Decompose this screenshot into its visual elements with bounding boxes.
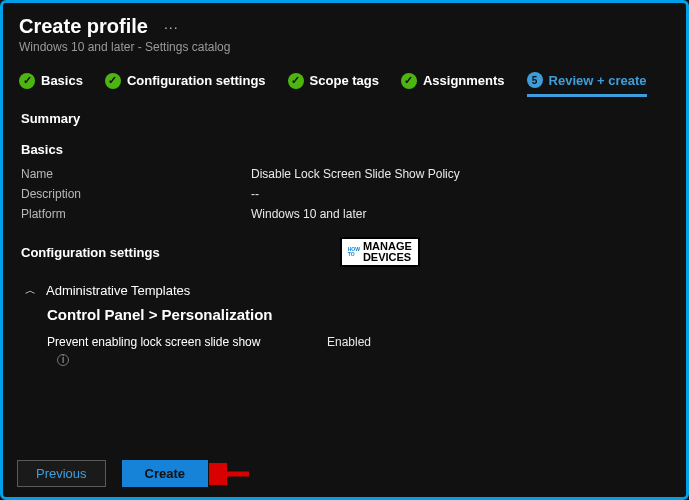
basics-heading: Basics	[21, 142, 668, 157]
step-label: Assignments	[423, 73, 505, 88]
step-review[interactable]: 5 Review + create	[527, 72, 647, 97]
page-subtitle: Windows 10 and later - Settings catalog	[19, 40, 670, 54]
step-label: Configuration settings	[127, 73, 266, 88]
step-assignments[interactable]: ✓ Assignments	[401, 73, 505, 89]
description-value: --	[251, 187, 259, 201]
table-row: Platform Windows 10 and later	[21, 207, 668, 221]
settings-path: Control Panel > Personalization	[47, 306, 668, 323]
admin-templates-row[interactable]: ︿ Administrative Templates	[25, 283, 668, 298]
step-label: Review + create	[549, 73, 647, 88]
table-row: Description --	[21, 187, 668, 201]
check-icon: ✓	[288, 73, 304, 89]
previous-button[interactable]: Previous	[17, 460, 106, 487]
setting-label: Prevent enabling lock screen slide show	[47, 335, 327, 349]
check-icon: ✓	[105, 73, 121, 89]
step-scope[interactable]: ✓ Scope tags	[288, 73, 379, 89]
step-label: Basics	[41, 73, 83, 88]
page-title: Create profile	[19, 15, 148, 38]
setting-value: Enabled	[327, 335, 371, 349]
step-label: Scope tags	[310, 73, 379, 88]
info-icon[interactable]: i	[57, 354, 69, 366]
step-config[interactable]: ✓ Configuration settings	[105, 73, 266, 89]
chevron-up-icon: ︿	[25, 283, 36, 298]
platform-value: Windows 10 and later	[251, 207, 366, 221]
more-icon[interactable]: ···	[160, 19, 183, 35]
summary-heading: Summary	[21, 111, 668, 126]
step-basics[interactable]: ✓ Basics	[19, 73, 83, 89]
description-key: Description	[21, 187, 251, 201]
create-button[interactable]: Create	[122, 460, 208, 487]
setting-row: Prevent enabling lock screen slide show …	[47, 335, 668, 349]
config-heading: Configuration settings	[21, 245, 160, 260]
platform-key: Platform	[21, 207, 251, 221]
watermark-bottom: DEVICES	[363, 252, 412, 263]
check-icon: ✓	[401, 73, 417, 89]
name-key: Name	[21, 167, 251, 181]
step-number-icon: 5	[527, 72, 543, 88]
check-icon: ✓	[19, 73, 35, 89]
annotation-arrow-icon	[209, 463, 251, 485]
table-row: Name Disable Lock Screen Slide Show Poli…	[21, 167, 668, 181]
wizard-steps: ✓ Basics ✓ Configuration settings ✓ Scop…	[3, 58, 686, 93]
admin-templates-label: Administrative Templates	[46, 283, 190, 298]
name-value: Disable Lock Screen Slide Show Policy	[251, 167, 460, 181]
watermark-to: TO	[348, 252, 360, 257]
watermark-logo: HOW TO MANAGE DEVICES	[340, 237, 420, 267]
